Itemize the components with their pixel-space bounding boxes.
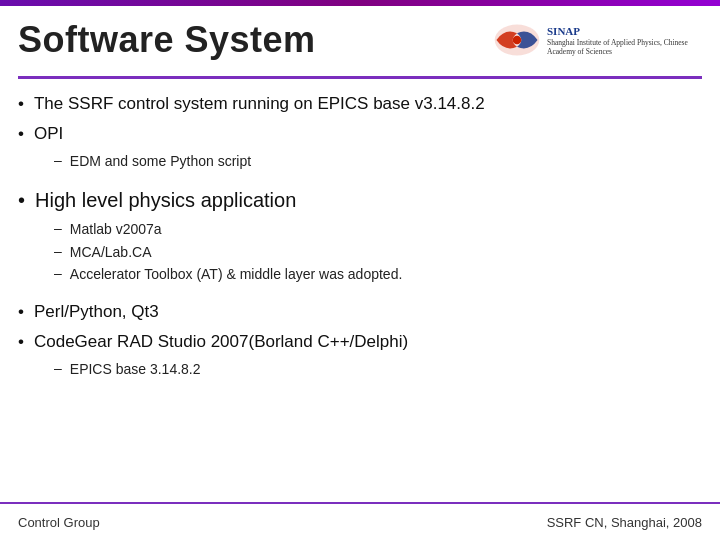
title-divider bbox=[18, 76, 702, 79]
bullet-highlevel: • High level physics application bbox=[18, 186, 702, 214]
bullet-dot-4: • bbox=[18, 332, 24, 352]
bullet-highlevel-text: High level physics application bbox=[35, 186, 296, 214]
bullet-opi: • OPI bbox=[18, 122, 702, 146]
sub-item-edm: – EDM and some Python script bbox=[54, 152, 702, 172]
svg-point-1 bbox=[513, 36, 522, 45]
sub-item-mca: – MCA/Lab.CA bbox=[54, 243, 702, 263]
bullet-dot-large: • bbox=[18, 189, 25, 212]
bullet-dot-2: • bbox=[18, 124, 24, 144]
sinap-logo-icon bbox=[493, 21, 541, 59]
footer: Control Group SSRF CN, Shanghai, 2008 bbox=[0, 502, 720, 540]
section-gap-1 bbox=[18, 174, 702, 186]
sub-dash-matlab: – bbox=[54, 220, 62, 236]
sub-item-epics-base-text: EPICS base 3.14.8.2 bbox=[70, 360, 201, 380]
sub-item-at-text: Accelerator Toolbox (AT) & middle layer … bbox=[70, 265, 403, 285]
bullet-epics: • The SSRF control system running on EPI… bbox=[18, 92, 702, 116]
footer-right-text: SSRF CN, Shanghai, 2008 bbox=[547, 515, 702, 530]
sub-dash-at: – bbox=[54, 265, 62, 281]
bullet-perl-text: Perl/Python, Qt3 bbox=[34, 300, 159, 324]
sub-item-epics-base: – EPICS base 3.14.8.2 bbox=[54, 360, 702, 380]
logo-institute-text: SINAP Shanghai Institute of Applied Phys… bbox=[547, 24, 702, 56]
bullet-perl: • Perl/Python, Qt3 bbox=[18, 300, 702, 324]
section-gap-2 bbox=[18, 288, 702, 300]
bullet-dot-1: • bbox=[18, 94, 24, 114]
bullet-codegear: • CodeGear RAD Studio 2007(Borland C++/D… bbox=[18, 330, 702, 354]
main-content: • The SSRF control system running on EPI… bbox=[18, 92, 702, 494]
sub-item-edm-text: EDM and some Python script bbox=[70, 152, 251, 172]
logo-area: SINAP Shanghai Institute of Applied Phys… bbox=[493, 21, 702, 59]
bullet-opi-text: OPI bbox=[34, 122, 63, 146]
footer-left-text: Control Group bbox=[18, 515, 100, 530]
sub-item-mca-text: MCA/Lab.CA bbox=[70, 243, 152, 263]
sub-dash-epicsbase: – bbox=[54, 360, 62, 376]
bullet-epics-text: The SSRF control system running on EPICS… bbox=[34, 92, 485, 116]
sub-dash-1: – bbox=[54, 152, 62, 168]
header: Software System SINAP Shanghai Institute… bbox=[0, 6, 720, 74]
sub-dash-mca: – bbox=[54, 243, 62, 259]
page-title: Software System bbox=[18, 19, 316, 61]
sub-item-matlab: – Matlab v2007a bbox=[54, 220, 702, 240]
bullet-dot-3: • bbox=[18, 302, 24, 322]
sub-item-at: – Accelerator Toolbox (AT) & middle laye… bbox=[54, 265, 702, 285]
bullet-codegear-text: CodeGear RAD Studio 2007(Borland C++/Del… bbox=[34, 330, 408, 354]
sub-item-matlab-text: Matlab v2007a bbox=[70, 220, 162, 240]
